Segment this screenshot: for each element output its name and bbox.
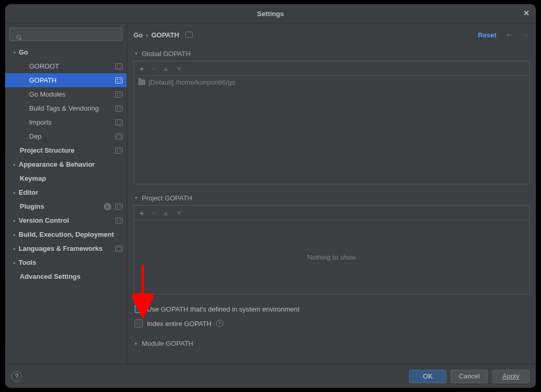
tree-item-tools[interactable]: ▸ Tools [5,255,127,269]
tree-label: Build Tags & Vendoring [29,104,113,112]
help-icon[interactable]: ? [216,320,223,327]
tree-label: Build, Execution, Deployment [19,231,123,238]
up-icon: ▲ [162,65,169,72]
project-scope-icon [115,105,123,112]
tree-label: Editor [19,188,123,196]
chevron-right-icon: ▸ [10,260,19,265]
help-button[interactable]: ? [11,371,22,382]
project-scope-icon [115,133,123,140]
checkbox-use-system[interactable] [134,305,143,313]
chevron-right-icon: ▸ [10,246,19,251]
tree-label: Plugins [20,202,104,210]
tree-item-advanced[interactable]: Advanced Settings [5,269,127,283]
apply-button[interactable]: Apply [492,370,530,383]
add-icon[interactable]: ＋ [138,209,145,217]
tree-item-dep[interactable]: Dep [5,129,127,143]
breadcrumb-root[interactable]: Go [133,31,143,39]
tree-item-goroot[interactable]: GOROOT [5,59,127,73]
breadcrumb: Go › GOPATH Reset ← → [127,23,536,46]
section-header-module[interactable]: ▸ Module GOPATH [133,336,530,350]
checkbox-row-index-entire[interactable]: Index entire GOPATH ? [133,317,530,330]
tree-label: Imports [29,118,113,126]
list-toolbar: ＋ − ▲ ▼ [134,206,529,220]
empty-text: Nothing to show [134,220,529,294]
tree-item-editor[interactable]: ▸ Editor [5,185,127,199]
project-scope-icon [115,204,123,210]
list-item[interactable]: [Default] /home/konpon96/go [134,76,529,88]
tree-label: GOROOT [29,62,113,70]
tree-label: Keymap [20,174,123,182]
chevron-down-icon: ▾ [133,51,139,56]
tree-item-appearance[interactable]: ▸ Appearance & Behavior [5,157,127,171]
down-icon: ▼ [175,65,183,72]
tree-item-project-structure[interactable]: Project Structure [5,143,127,157]
project-scope-icon [115,91,123,98]
folder-icon [138,79,145,85]
section-project-gopath: ▾ Project GOPATH ＋ − ▲ ▼ Nothing to show [133,191,530,294]
chevron-right-icon: ▸ [10,218,19,223]
chevron-down-icon: ▾ [133,195,139,200]
tree-label: Tools [19,259,123,266]
section-title: Module GOPATH [142,340,193,347]
checkbox-group: Use GOPATH that's defined in system envi… [133,303,530,330]
tree-item-go-modules[interactable]: Go Modules [5,87,127,101]
up-icon: ▲ [162,209,169,217]
tree-item-version-control[interactable]: ▸ Version Control [5,213,127,227]
chevron-right-icon: ▸ [10,232,19,237]
breadcrumb-current: GOPATH [151,31,179,39]
section-title: Project GOPATH [142,194,192,202]
tree-label: Languages & Frameworks [19,245,113,252]
reset-link[interactable]: Reset [478,31,496,39]
back-icon[interactable]: ← [506,31,513,39]
checkbox-row-use-system[interactable]: Use GOPATH that's defined in system envi… [133,303,530,315]
global-gopath-list: ＋ − ▲ ▼ [Default] /home/konpon96/go [133,61,530,184]
tree-label: Go Modules [29,90,113,98]
checkbox-label: Use GOPATH that's defined in system envi… [147,305,300,313]
content-area: ▾ Global GOPATH ＋ − ▲ ▼ [127,46,536,364]
list-contents: Nothing to show [134,220,529,294]
project-scope-icon [185,32,193,38]
list-item-label: [Default] /home/konpon96/go [148,78,235,86]
tree-item-plugins[interactable]: Plugins 1 [5,199,127,213]
tree-item-go[interactable]: ▾ Go [5,45,127,59]
tree-item-languages[interactable]: ▸ Languages & Frameworks [5,241,127,255]
project-scope-icon [115,63,123,70]
tree-item-keymap[interactable]: Keymap [5,171,127,185]
section-header-global[interactable]: ▾ Global GOPATH [133,46,530,61]
main-panel: Go › GOPATH Reset ← → ▾ Global GOPATH [127,23,536,364]
settings-sidebar: ▾ Go GOROOT GOPATH Go Modules Build Tags… [5,23,127,364]
remove-icon: − [152,209,156,217]
window-title: Settings [257,10,283,18]
tree-label: Advanced Settings [20,273,123,280]
tree-item-build-tags[interactable]: Build Tags & Vendoring [5,101,127,115]
project-scope-icon [115,246,123,252]
checkbox-index-entire[interactable] [134,319,143,328]
search-input[interactable] [9,28,123,41]
project-scope-icon [115,119,123,126]
tree-item-gopath[interactable]: GOPATH [5,73,127,87]
section-module-gopath: ▸ Module GOPATH [133,336,530,350]
cancel-button[interactable]: Cancel [451,370,488,383]
project-scope-icon [115,147,123,154]
add-icon[interactable]: ＋ [138,65,145,72]
chevron-down-icon: ▾ [10,50,19,55]
tree-label: Version Control [19,217,113,224]
list-toolbar: ＋ − ▲ ▼ [134,61,529,76]
remove-icon: − [152,65,156,72]
tree-label: GOPATH [29,76,113,84]
titlebar: Settings ✕ [5,4,536,23]
tree-item-imports[interactable]: Imports [5,115,127,129]
list-contents: [Default] /home/konpon96/go [134,76,529,184]
settings-tree: ▾ Go GOROOT GOPATH Go Modules Build Tags… [5,45,127,364]
tree-item-build[interactable]: ▸ Build, Execution, Deployment [5,227,127,241]
window-body: ▾ Go GOROOT GOPATH Go Modules Build Tags… [5,23,536,364]
update-badge: 1 [104,203,111,210]
chevron-right-icon: › [146,31,148,39]
project-scope-icon [115,218,123,224]
dialog-footer: ? OK Cancel Apply [5,364,536,388]
search-area [9,28,123,41]
section-global-gopath: ▾ Global GOPATH ＋ − ▲ ▼ [133,46,530,184]
section-header-project[interactable]: ▾ Project GOPATH [133,191,530,205]
close-icon[interactable]: ✕ [523,9,530,17]
ok-button[interactable]: OK [409,370,447,383]
